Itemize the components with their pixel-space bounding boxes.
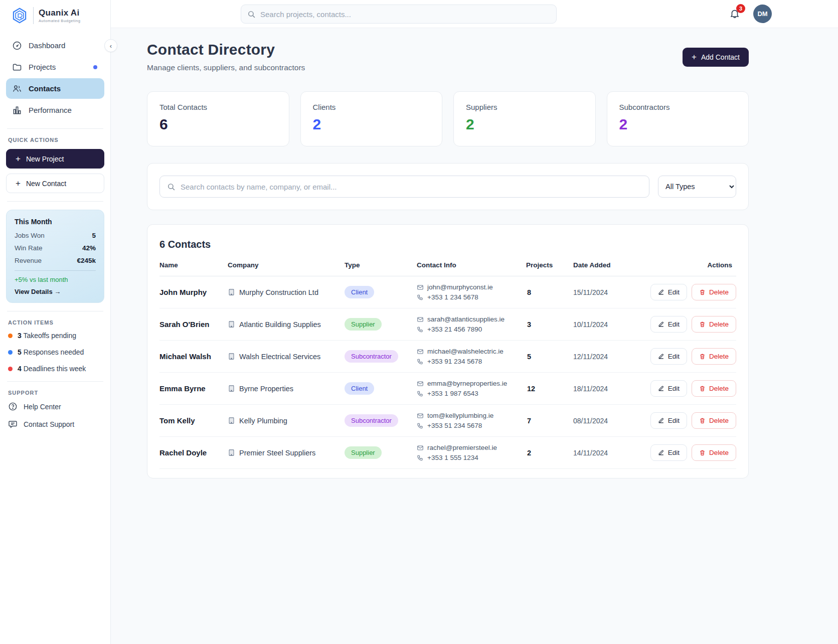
sidebar-item-contacts[interactable]: Contacts (6, 78, 104, 99)
contact-support-item[interactable]: Contact Support (6, 419, 104, 429)
contact-company: Atlantic Building Supplies (228, 320, 345, 329)
contact-company: Murphy Construction Ltd (228, 288, 345, 296)
edit-button[interactable]: Edit (650, 412, 687, 429)
action-item[interactable]: 5 Responses needed (6, 348, 104, 356)
sidebar-item-dashboard[interactable]: Dashboard (6, 35, 104, 56)
contact-company: Kelly Plumbing (228, 417, 345, 425)
quick-actions-heading: QUICK ACTIONS (6, 137, 104, 143)
building-icon (228, 449, 235, 456)
help-center-item[interactable]: Help Center (6, 402, 104, 411)
bar-chart-icon (12, 105, 22, 115)
brand: Quanix Ai Automated Budgeting (6, 6, 104, 31)
status-dot-icon (8, 334, 13, 338)
main-content: Contact Directory Manage clients, suppli… (111, 28, 838, 644)
filter-panel: All Types (147, 163, 749, 210)
delete-label: Delete (709, 449, 729, 456)
contacts-table-card: 6 Contacts Name Company Type Contact Inf… (147, 224, 749, 478)
global-search[interactable] (241, 5, 557, 24)
column-header: Name (159, 261, 228, 269)
building-icon (228, 417, 235, 424)
delete-button[interactable]: Delete (692, 412, 736, 429)
contacts-count-heading: 6 Contacts (159, 239, 736, 250)
sidebar-item-performance[interactable]: Performance (6, 100, 104, 120)
mail-icon (417, 284, 424, 291)
sidebar-nav: Dashboard Projects Contacts (6, 35, 104, 120)
metric-label: Win Rate (15, 244, 43, 252)
contact-name: Emma Byrne (159, 384, 228, 393)
edit-pencil-icon (658, 321, 664, 328)
projects-count: 3 (526, 320, 573, 329)
notifications-button[interactable]: 3 (729, 8, 741, 20)
contact-type-cell: Supplier (345, 446, 417, 459)
delete-button[interactable]: Delete (692, 284, 736, 300)
company-name: Kelly Plumbing (239, 417, 287, 425)
sidebar-item-label: Projects (29, 63, 56, 71)
delete-label: Delete (709, 320, 729, 328)
email-line: michael@walshelectric.ie (417, 348, 526, 355)
page-title: Contact Directory (147, 41, 305, 58)
edit-button[interactable]: Edit (650, 316, 687, 333)
edit-button[interactable]: Edit (650, 284, 687, 300)
new-project-label: New Project (26, 155, 64, 163)
delete-button[interactable]: Delete (692, 348, 736, 365)
sidebar-item-label: Contacts (29, 84, 61, 93)
view-details-link[interactable]: View Details → (15, 288, 96, 295)
stat-label: Subcontractors (619, 103, 737, 111)
contact-search[interactable] (159, 176, 649, 198)
mail-icon (417, 380, 424, 387)
contact-search-input[interactable] (181, 183, 642, 191)
column-header: Actions (648, 261, 736, 269)
type-badge: Client (345, 286, 374, 298)
new-contact-label: New Contact (26, 180, 66, 188)
table-row: Michael Walsh Walsh Electrical Services (159, 341, 736, 373)
contact-type-cell: Client (345, 382, 417, 395)
stat-value: 2 (466, 116, 583, 133)
add-contact-button[interactable]: + Add Contact (683, 48, 749, 67)
contact-name: Sarah O'Brien (159, 320, 228, 329)
avatar[interactable]: DM (753, 5, 772, 23)
support-heading: SUPPORT (6, 390, 104, 396)
delete-button[interactable]: Delete (692, 444, 736, 461)
column-header: Type (345, 261, 417, 269)
delete-button[interactable]: Delete (692, 380, 736, 397)
edit-button[interactable]: Edit (650, 348, 687, 365)
contact-phone: +353 91 234 5678 (427, 358, 482, 365)
sidebar-item-projects[interactable]: Projects (6, 57, 104, 77)
plus-icon: + (16, 154, 21, 163)
search-icon (167, 183, 176, 191)
table-header-row: Name Company Type Contact Info Projects … (159, 261, 736, 276)
brand-logo-icon (11, 7, 28, 24)
building-icon (228, 353, 235, 360)
global-search-input[interactable] (260, 10, 550, 19)
metric-value: 42% (82, 244, 96, 252)
this-month-row: Revenue €245k (15, 257, 96, 264)
edit-button[interactable]: Edit (650, 380, 687, 397)
action-item[interactable]: 4 Deadlines this week (6, 365, 104, 373)
action-item[interactable]: 3 Takeoffs pending (6, 332, 104, 340)
phone-icon (417, 390, 424, 397)
sidebar: Quanix Ai Automated Budgeting Dashboard … (0, 0, 111, 644)
building-icon (228, 385, 235, 392)
stat-card: Total Contacts 6 (147, 91, 289, 146)
trash-icon (699, 353, 706, 360)
edit-button[interactable]: Edit (650, 444, 687, 461)
sidebar-collapse-button[interactable]: ‹ (104, 39, 117, 52)
type-filter-select[interactable]: All Types (658, 176, 736, 198)
contact-phone: +353 1 987 6543 (427, 390, 478, 397)
new-project-button[interactable]: + New Project (6, 149, 104, 169)
delete-button[interactable]: Delete (692, 316, 736, 333)
projects-count: 5 (526, 353, 573, 361)
stats-row: Total Contacts 6 Clients 2 Suppliers 2 S… (147, 91, 749, 146)
action-items-list: 3 Takeoffs pending 5 Responses needed 4 … (6, 332, 104, 373)
building-icon (228, 288, 235, 296)
phone-line: +353 21 456 7890 (417, 326, 526, 333)
contact-info: rachel@premiersteel.ie +353 1 555 1234 (417, 444, 526, 461)
edit-label: Edit (668, 353, 680, 360)
stat-card: Clients 2 (300, 91, 443, 146)
trash-icon (699, 289, 706, 295)
new-contact-button[interactable]: + New Contact (6, 174, 104, 193)
edit-pencil-icon (658, 417, 664, 424)
edit-pencil-icon (658, 353, 664, 360)
contact-email: michael@walshelectric.ie (427, 348, 504, 355)
divider (7, 311, 103, 311)
